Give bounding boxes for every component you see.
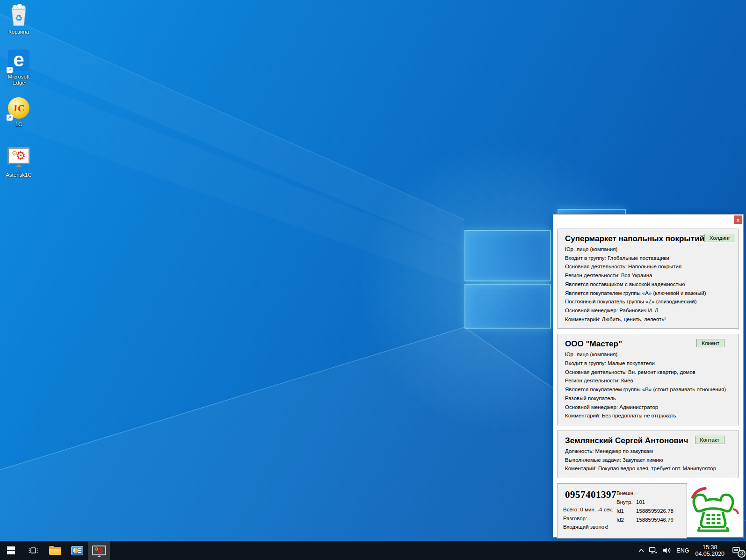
call-status: Входящий звонок! — [563, 523, 616, 531]
task-view-button[interactable] — [22, 541, 44, 560]
desktop-icon-recycle-bin[interactable]: ♻ Корзина — [4, 4, 34, 35]
card-line: Комментарий: Без предоплаты не отгружать — [565, 411, 731, 420]
report-app-button[interactable] — [66, 541, 88, 560]
card-line: Является поставщиком с высокой надежност… — [565, 280, 731, 289]
card-line: Основная деятельность: Напольные покрыти… — [565, 262, 731, 271]
wallpaper-window-pane — [464, 230, 551, 281]
desktop-icon-label: 1C — [4, 122, 34, 128]
card-line: Постоянный покупатель группы «Z» (эпизод… — [565, 297, 731, 306]
desktop-icon-asterisk1c[interactable]: ⚙ ⚙ Asterisk1C — [4, 144, 34, 178]
caller-number: 0957401397 — [565, 489, 616, 501]
card-line: Является покупателем группы «А» (ключево… — [565, 289, 731, 298]
clock[interactable]: 15:38 04.05.2020 — [694, 544, 725, 557]
client-card: ООО "Мастер" Клиент Юр. лицо (компания) … — [557, 334, 739, 425]
popup-titlebar[interactable]: x — [553, 215, 743, 225]
desktop-icon-label: Microsoft Edge — [4, 74, 34, 86]
card-line: Основной менеджер: Администратор — [565, 403, 731, 412]
language-indicator[interactable]: ENG — [675, 547, 690, 554]
close-button[interactable]: x — [734, 215, 742, 224]
tray-time: 15:38 — [695, 544, 724, 551]
gear-icon: ⚙ — [97, 546, 103, 555]
wallpaper-window-pane — [464, 284, 551, 329]
shortcut-arrow-icon: ↗ — [7, 115, 13, 121]
call-info-row: 0957401397 Всего: 0 мин. -4 сек. Разгово… — [557, 483, 739, 538]
card-line: Регион деятельности: Вся Украина — [565, 271, 731, 280]
task-view-icon — [29, 546, 38, 554]
file-explorer-icon — [49, 546, 61, 555]
asterisk1c-app-icon: ⚙ ⚙ — [92, 546, 106, 555]
desktop-icon-label: Корзина — [4, 29, 34, 35]
call-detail-row: Внутр.101 — [616, 498, 682, 507]
desktop-icon-1c[interactable]: 1С ↗ 1C — [4, 96, 34, 128]
system-tray: ENG 15:38 04.05.2020 3 — [638, 541, 746, 560]
card-line: Регион деятельности: Киев — [565, 376, 731, 385]
card-line: Комментарий: Любить, ценить, лелеять! — [565, 315, 731, 324]
report-app-icon — [71, 546, 83, 555]
tray-chevron-icon[interactable] — [638, 548, 645, 553]
asterisk1c-app-button[interactable]: ⚙ ⚙ — [88, 541, 110, 560]
company-card: Супермаркет напольных покрытий Холдинг Ю… — [557, 229, 739, 329]
company-title: Супермаркет напольных покрытий — [565, 233, 704, 245]
card-line: Входит в группу: Малые покупатели — [565, 359, 731, 368]
network-icon[interactable] — [649, 547, 658, 554]
ringing-phone-icon — [687, 483, 739, 538]
file-explorer-button[interactable] — [44, 541, 66, 560]
call-talk: Разговор: - — [563, 514, 616, 523]
call-detail-row: Внешн.- — [616, 489, 682, 498]
caller-popup-window: x Супермаркет напольных покрытий Холдинг… — [553, 214, 744, 538]
card-line: Входит в группу: Глобальные поставщики — [565, 254, 731, 263]
gear-icon: ⚙ — [15, 149, 26, 162]
contact-badge: Контакт — [695, 436, 724, 444]
svg-text:♻: ♻ — [14, 13, 22, 23]
call-detail-row: Id11588595926.78 — [616, 507, 682, 516]
card-line: Является покупателем группы «В» (стоит р… — [565, 385, 731, 394]
call-total: Всего: 0 мин. -4 сек. — [563, 505, 616, 514]
contact-title: Землянский Сергей Антонович — [565, 435, 688, 447]
desktop-icon-microsoft-edge[interactable]: e ↗ Microsoft Edge — [4, 49, 34, 86]
call-detail-row: Id21588595946.79 — [616, 516, 682, 524]
tray-date: 04.05.2020 — [695, 551, 724, 557]
card-line: Выполняемые задачи: Закупает химию — [565, 456, 731, 465]
taskbar: ⚙ ⚙ ENG 15:38 04.05.2020 — [0, 541, 746, 560]
call-info-card: 0957401397 Всего: 0 мин. -4 сек. Разгово… — [557, 483, 687, 538]
card-line: Разовый покупатель — [565, 394, 731, 403]
client-title: ООО "Мастер" — [565, 338, 622, 350]
card-line: Основной менеджер: Рабинович И. Л. — [565, 306, 731, 315]
recycle-bin-icon: ♻ — [8, 4, 29, 27]
action-center-button[interactable]: 3 — [730, 544, 744, 558]
windows-logo-icon — [7, 546, 15, 554]
holding-badge: Холдинг — [704, 234, 735, 242]
card-line: Должность: Менеджер по закупкам — [565, 447, 731, 456]
asterisk1c-icon: ⚙ ⚙ — [7, 147, 30, 164]
card-line: Коментарий: Покупая ведро клея, требует … — [565, 464, 731, 473]
card-line: Основная деятельность: Вн. ремонт кварти… — [565, 368, 731, 377]
notification-count-badge: 3 — [738, 550, 746, 558]
desktop-icon-label: Asterisk1C — [4, 172, 34, 178]
contact-card: Землянский Сергей Антонович Контакт Долж… — [557, 431, 739, 478]
card-line: Юр. лицо (компания) — [565, 245, 731, 254]
start-button[interactable] — [0, 541, 22, 560]
volume-icon[interactable] — [662, 547, 671, 554]
client-badge: Клиент — [696, 339, 724, 347]
shortcut-arrow-icon: ↗ — [7, 67, 13, 73]
card-line: Юр. лицо (компания) — [565, 350, 731, 359]
